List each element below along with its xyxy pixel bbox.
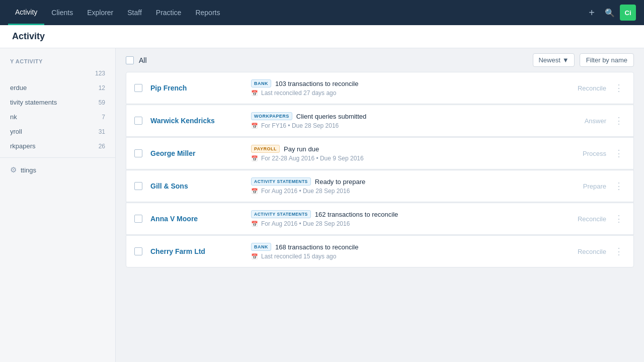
nav-item-activity[interactable]: Activity	[8, 0, 44, 25]
more-options-icon[interactable]: ⋮	[612, 115, 625, 126]
item-sub: 📅 For FY16 • Due 28 Sep 2016	[251, 122, 585, 129]
item-action[interactable]: Reconcile	[578, 215, 606, 223]
list-item[interactable]: Warwick Kendricks WORKPAPERS Client quer…	[126, 105, 634, 137]
list-item[interactable]: Pip French BANK 103 transactions to reco…	[126, 72, 634, 104]
calendar-icon: 📅	[251, 188, 258, 195]
more-options-icon[interactable]: ⋮	[612, 180, 625, 192]
sidebar-section-title: y activity	[0, 54, 115, 66]
item-tag: ACTIVITY STATEMENTS	[251, 177, 311, 186]
select-all-checkbox[interactable]	[126, 56, 134, 64]
item-tag: BANK	[251, 79, 271, 87]
item-details: ACTIVITY STATEMENTS 162 transactions to …	[251, 210, 578, 227]
calendar-icon: 📅	[251, 253, 258, 260]
nav-item-staff[interactable]: Staff	[120, 0, 149, 25]
item-description: Pay run due	[284, 145, 319, 153]
chevron-down-icon: ▼	[562, 56, 569, 64]
item-tag: WORKPAPERS	[251, 112, 292, 120]
nav-item-clients[interactable]: Clients	[44, 0, 80, 25]
item-sub: 📅 Last reconciled 27 days ago	[251, 89, 578, 97]
sidebar-item-overdue[interactable]: erdue 12	[0, 80, 115, 95]
item-checkbox[interactable]	[134, 84, 142, 92]
calendar-icon: 📅	[251, 123, 258, 129]
item-details: ACTIVITY STATEMENTS Ready to prepare 📅 F…	[251, 177, 583, 195]
search-icon[interactable]: 🔍	[600, 8, 620, 18]
sidebar-divider	[0, 157, 115, 158]
gear-icon: ⚙	[10, 165, 17, 174]
item-sub: 📅 Last reconciled 15 days ago	[251, 253, 578, 260]
item-description: 168 transactions to reconcile	[275, 243, 358, 251]
sort-button[interactable]: Newest ▼	[533, 53, 574, 67]
more-options-icon[interactable]: ⋮	[612, 82, 625, 94]
sidebar-item-activity-statements[interactable]: tivity statements 59	[0, 95, 115, 110]
top-nav: Activity Clients Explorer Staff Practice…	[0, 0, 644, 25]
list-item[interactable]: George Miller PAYROLL Pay run due 📅 For …	[126, 137, 634, 169]
item-client: Warwick Kendricks	[150, 117, 251, 125]
sidebar-item-all[interactable]: 123	[0, 66, 115, 80]
calendar-icon: 📅	[251, 155, 258, 162]
sidebar-item-bank[interactable]: nk 7	[0, 110, 115, 124]
item-action[interactable]: Reconcile	[578, 248, 606, 255]
item-checkbox[interactable]	[134, 182, 142, 190]
item-details: BANK 168 transactions to reconcile 📅 Las…	[251, 243, 578, 260]
more-options-icon[interactable]: ⋮	[612, 213, 625, 224]
more-options-icon[interactable]: ⋮	[612, 246, 625, 257]
item-sub: 📅 For Aug 2016 • Due 28 Sep 2016	[251, 188, 583, 195]
list-item[interactable]: Cherry Farm Ltd BANK 168 transactions to…	[126, 235, 634, 267]
item-client: Gill & Sons	[150, 182, 251, 190]
activity-list: Pip French BANK 103 transactions to reco…	[116, 72, 644, 278]
item-details: BANK 103 transactions to reconcile 📅 Las…	[251, 79, 578, 97]
item-details: WORKPAPERS Client queries submitted 📅 Fo…	[251, 112, 585, 129]
item-client: George Miller	[150, 149, 251, 157]
item-description: 162 transactions to reconcile	[315, 211, 398, 218]
sidebar-item-workpapers[interactable]: rkpapers 26	[0, 139, 115, 153]
all-label: All	[139, 56, 528, 64]
item-description: Client queries submitted	[296, 113, 366, 120]
item-action[interactable]: Process	[583, 150, 606, 157]
sort-label: Newest	[538, 56, 560, 64]
item-sub: 📅 For 22-28 Aug 2016 • Due 9 Sep 2016	[251, 155, 583, 162]
item-action[interactable]: Prepare	[583, 183, 606, 190]
page-title: Activity	[12, 31, 45, 41]
item-checkbox[interactable]	[134, 117, 142, 125]
list-item[interactable]: Gill & Sons ACTIVITY STATEMENTS Ready to…	[126, 170, 634, 202]
toolbar: All Newest ▼ Filter by name	[116, 48, 644, 72]
item-checkbox[interactable]	[134, 215, 142, 223]
item-action[interactable]: Reconcile	[578, 84, 606, 92]
item-sub: 📅 For Aug 2016 • Due 28 Sep 2016	[251, 220, 578, 227]
main-content: All Newest ▼ Filter by name Pip French B…	[116, 48, 644, 362]
sidebar-item-payroll[interactable]: yroll 31	[0, 124, 115, 139]
sidebar-settings[interactable]: ⚙ ttings	[0, 162, 115, 178]
item-client: Pip French	[150, 84, 251, 92]
item-description: Ready to prepare	[315, 178, 365, 186]
item-action[interactable]: Answer	[585, 117, 606, 125]
item-details: PAYROLL Pay run due 📅 For 22-28 Aug 2016…	[251, 145, 583, 162]
calendar-icon: 📅	[251, 90, 258, 97]
item-description: 103 transactions to reconcile	[275, 80, 358, 87]
item-client: Anna V Moore	[150, 215, 251, 223]
calendar-icon: 📅	[251, 221, 258, 227]
item-tag: BANK	[251, 243, 271, 251]
nav-item-practice[interactable]: Practice	[149, 0, 189, 25]
add-icon[interactable]: +	[584, 7, 600, 19]
item-client: Cherry Farm Ltd	[150, 247, 251, 255]
sidebar: y activity 123 erdue 12 tivity statement…	[0, 48, 116, 362]
item-tag: PAYROLL	[251, 145, 280, 153]
page-header: Activity	[0, 25, 644, 48]
nav-item-reports[interactable]: Reports	[188, 0, 227, 25]
nav-item-explorer[interactable]: Explorer	[80, 0, 120, 25]
list-item[interactable]: Anna V Moore ACTIVITY STATEMENTS 162 tra…	[126, 203, 634, 235]
avatar[interactable]: Ci	[620, 5, 636, 21]
item-tag: ACTIVITY STATEMENTS	[251, 210, 311, 218]
more-options-icon[interactable]: ⋮	[612, 148, 625, 159]
item-checkbox[interactable]	[134, 247, 142, 255]
item-checkbox[interactable]	[134, 149, 142, 157]
filter-button[interactable]: Filter by name	[580, 53, 634, 67]
